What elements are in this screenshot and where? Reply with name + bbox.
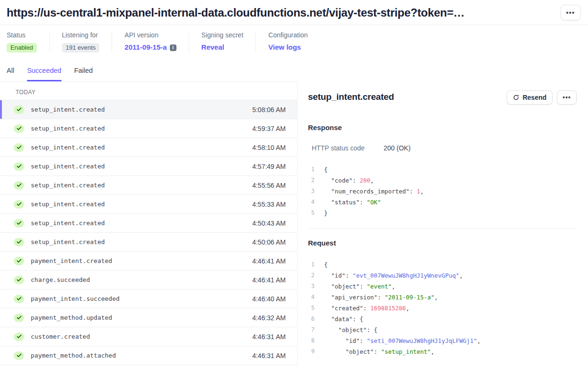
code-token: , (406, 305, 410, 312)
code-line-content: "id": "seti_007WewuJW8hgHJ1yJqLFWGj1", (324, 335, 481, 346)
code-token: { (324, 261, 328, 268)
code-line-content: "num_records_imported": 1, (324, 186, 424, 197)
event-timestamp: 4:59:37 AM (252, 125, 286, 132)
event-type-label: payment_intent.created (31, 257, 112, 264)
code-token: "data": { (324, 315, 363, 323)
event-type-label: customer.created (31, 333, 90, 340)
code-token: , (431, 348, 435, 355)
event-type-label: setup_intent.created (31, 125, 105, 132)
api-version-link[interactable]: 2011-09-15-a (124, 43, 167, 51)
line-number: 4 (308, 197, 315, 208)
events-count-badge: 191 events (62, 43, 100, 53)
event-type-label: setup_intent.created (31, 201, 105, 208)
success-check-icon (14, 143, 24, 152)
event-list-row[interactable]: setup_intent.created 4:59:37 AM (0, 119, 297, 138)
event-timestamp: 4:46:40 AM (252, 295, 286, 303)
event-filter-tabs: All Succeeded Failed (0, 59, 588, 81)
event-timestamp: 4:58:10 AM (252, 144, 286, 151)
event-list-row[interactable]: setup_intent.created 4:50:43 AM (0, 214, 297, 233)
code-token: "num_records_imported": (324, 188, 417, 195)
event-list-row[interactable]: payment_intent.created 4:46:41 AM (0, 252, 297, 271)
code-line: 7 "object": { (308, 324, 577, 335)
event-list-row[interactable]: setup_intent.created 4:55:33 AM (0, 195, 297, 214)
line-number: 9 (308, 346, 315, 357)
detail-overflow-menu-button[interactable]: ••• (557, 90, 577, 105)
success-check-icon (14, 181, 24, 190)
event-timestamp: 4:46:32 AM (252, 314, 286, 322)
success-check-icon (14, 276, 24, 284)
object-id-link[interactable]: "seti_007WewuJW8hgHJ1yJqLFWGj1" (367, 337, 477, 344)
code-line: 3 "num_records_imported": 1, (308, 186, 577, 197)
resend-icon (513, 94, 519, 101)
summary-signing-secret: Signing secret Reveal (189, 31, 256, 53)
page-overflow-menu-button[interactable]: ••• (561, 5, 580, 20)
response-code-block: 1{2 "code": 200,3 "num_records_imported"… (308, 164, 577, 219)
resend-button[interactable]: Resend (507, 90, 553, 105)
event-timestamp: 4:50:43 AM (252, 219, 286, 227)
tab-failed[interactable]: Failed (74, 67, 93, 81)
webhook-summary-bar: Status Enabled Listening for 191 events … (0, 25, 588, 59)
code-token: "status": (324, 199, 367, 206)
event-list-row[interactable]: setup_intent.created 4:57:49 AM (0, 157, 297, 176)
tab-all[interactable]: All (7, 67, 14, 81)
main-content: TODAY setup_intent.created 5:08:06 AM se… (0, 81, 588, 365)
event-list-row[interactable]: customer.created 4:46:31 AM (0, 327, 297, 346)
event-list-row[interactable]: payment_intent.succeeded 4:46:40 AM (0, 289, 297, 308)
code-token: , (434, 294, 438, 301)
http-status-value: 200 (OK) (384, 144, 411, 152)
summary-listening-for: Listening for 191 events (49, 31, 112, 53)
object-id-link[interactable]: "evt_007WewuJW8hgHJ1yWnevGPuq" (352, 272, 459, 279)
request-code-block: 1{2 "id": "evt_007WewuJW8hgHJ1yWnevGPuq"… (308, 259, 577, 357)
success-check-icon (14, 162, 24, 171)
event-type-label: payment_method.attached (31, 352, 116, 359)
event-timestamp: 4:55:33 AM (252, 201, 286, 208)
http-status-row: HTTP status code 200 (OK) (308, 144, 577, 152)
event-type-label: charge.succeeded (31, 276, 90, 283)
success-check-icon (14, 333, 24, 341)
code-line: 3 "object": "event", (308, 281, 577, 292)
event-list-row[interactable]: setup_intent.created 4:58:10 AM (0, 138, 297, 157)
event-timestamp: 4:46:41 AM (252, 276, 286, 284)
code-token: "code": (324, 177, 360, 184)
line-number: 8 (308, 335, 315, 346)
event-type-label: setup_intent.created (31, 238, 105, 245)
event-timestamp: 4:46:31 AM (252, 333, 286, 341)
tab-succeeded[interactable]: Succeeded (27, 67, 61, 81)
code-line: 9 "object": "setup_intent", (308, 346, 577, 357)
line-number: 3 (308, 186, 315, 197)
success-check-icon (14, 351, 24, 360)
success-check-icon (14, 238, 24, 246)
event-type-label: payment_method.updated (31, 314, 112, 321)
request-section-heading: Request (308, 239, 577, 247)
line-number: 4 (308, 292, 315, 303)
event-type-label: setup_intent.created (31, 163, 105, 170)
code-line-content: { (324, 259, 328, 270)
code-line-content: } (324, 208, 328, 219)
code-line-content: "status": "OK" (324, 197, 381, 208)
event-list-panel: TODAY setup_intent.created 5:08:06 AM se… (0, 81, 298, 365)
success-check-icon (14, 295, 24, 303)
response-section-heading: Response (308, 123, 577, 131)
view-logs-link[interactable]: View logs (268, 43, 301, 51)
status-label: Status (7, 31, 37, 39)
status-badge: Enabled (7, 43, 37, 53)
info-icon: i (170, 44, 176, 51)
code-token: "OK" (367, 199, 381, 206)
code-line-content: "object": "setup_intent", (324, 346, 434, 357)
reveal-secret-link[interactable]: Reveal (202, 43, 224, 51)
event-list-row[interactable]: charge.succeeded 4:46:41 AM (0, 271, 297, 289)
event-list-row[interactable]: payment_method.updated 4:46:32 AM (0, 308, 297, 327)
event-list-row[interactable]: setup_intent.created 4:50:06 AM (0, 233, 297, 252)
code-line-content: "id": "evt_007WewuJW8hgHJ1yWnevGPuq", (324, 270, 463, 281)
code-line: 5} (308, 208, 577, 219)
event-list-row[interactable]: setup_intent.created 4:55:56 AM (0, 176, 297, 195)
code-token: , (459, 272, 463, 279)
event-list-row[interactable]: payment_method.attached 4:46:31 AM (0, 346, 297, 365)
code-line: 2 "id": "evt_007WewuJW8hgHJ1yWnevGPuq", (308, 270, 577, 281)
summary-configuration: Configuration View logs (255, 31, 320, 53)
listening-for-label: Listening for (62, 31, 100, 39)
code-line-content: "api_version": "2011-09-15-a", (324, 292, 438, 303)
event-list-row[interactable]: setup_intent.created 5:08:06 AM (0, 100, 297, 119)
success-check-icon (14, 314, 24, 322)
detail-actions: Resend ••• (507, 90, 577, 105)
